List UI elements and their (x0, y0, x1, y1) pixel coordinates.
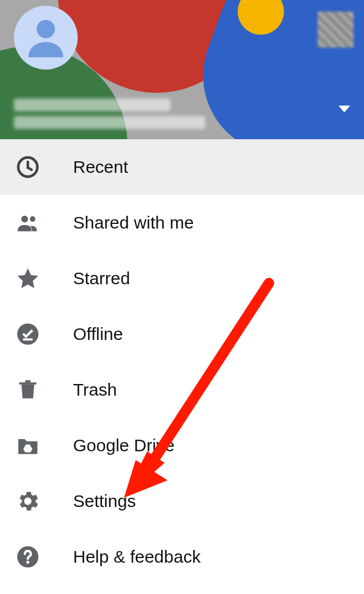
svg-point-3 (30, 216, 35, 222)
nav-label: Starred (73, 269, 130, 288)
offline-pin-icon (15, 321, 41, 347)
nav-item-trash[interactable]: Trash (0, 362, 364, 418)
navigation-drawer: Recent Shared with me Starred Offline Tr… (0, 139, 364, 585)
svg-point-7 (26, 561, 29, 564)
nav-item-starred[interactable]: Starred (0, 251, 364, 306)
help-icon (15, 544, 41, 570)
secondary-profile-thumb[interactable] (318, 12, 354, 48)
nav-item-offline[interactable]: Offline (0, 306, 364, 362)
person-icon (20, 12, 72, 64)
clock-icon (15, 154, 41, 180)
nav-label: Recent (73, 157, 128, 177)
nav-label: Trash (73, 380, 117, 400)
user-info (14, 99, 318, 129)
nav-item-shared[interactable]: Shared with me (0, 195, 364, 251)
account-dropdown-icon[interactable] (338, 106, 350, 113)
nav-item-google-drive[interactable]: Google Drive (0, 418, 364, 473)
nav-label: Offline (73, 324, 123, 344)
trash-icon (15, 377, 41, 403)
drive-folder-icon (15, 433, 41, 458)
star-icon (15, 266, 41, 291)
svg-rect-5 (23, 338, 33, 341)
gear-icon (15, 488, 41, 514)
nav-item-recent[interactable]: Recent (0, 139, 364, 195)
nav-item-help[interactable]: Help & feedback (0, 529, 364, 585)
nav-label: Shared with me (73, 213, 194, 233)
user-avatar[interactable] (14, 6, 78, 70)
nav-item-settings[interactable]: Settings (0, 473, 364, 529)
svg-point-2 (21, 216, 28, 223)
account-header[interactable] (0, 0, 364, 139)
svg-point-0 (37, 20, 55, 38)
people-icon (15, 210, 41, 236)
nav-label: Google Drive (73, 436, 174, 455)
user-email-redacted (14, 116, 205, 129)
nav-label: Help & feedback (73, 547, 201, 567)
user-name-redacted (14, 99, 170, 111)
nav-label: Settings (73, 491, 136, 511)
